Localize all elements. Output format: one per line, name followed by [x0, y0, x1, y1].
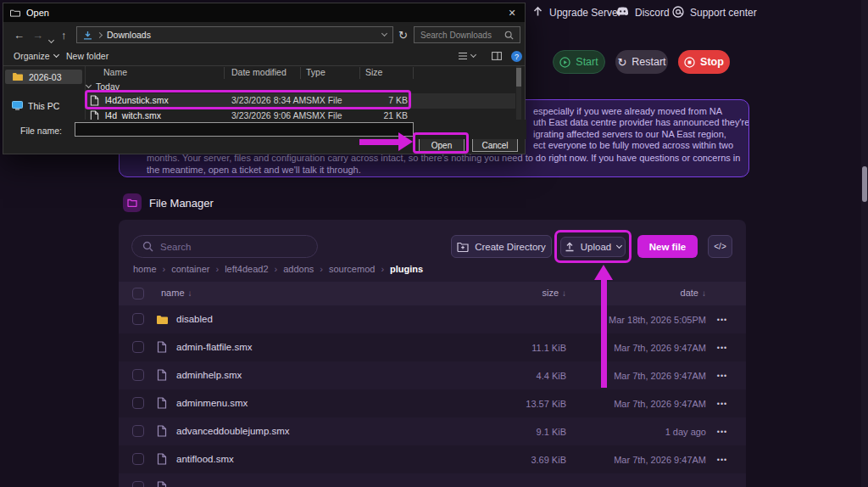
new-folder-button[interactable]: New folder [66, 51, 108, 61]
column-size[interactable]: size↓ [483, 288, 566, 298]
column-date[interactable]: date↓ [593, 288, 706, 298]
notice-text-line: the meantime, open a ticket and we'll ta… [147, 165, 361, 176]
breadcrumb-item[interactable]: container [171, 264, 219, 274]
dialog-file-row[interactable]: l4d_witch.smx 3/23/2026 9:06 AM SMX File… [85, 109, 515, 120]
table-row[interactable]: admin-flatfile.smx 11.1 KiB Mar 7th, 202… [119, 333, 746, 361]
row-checkbox[interactable] [132, 425, 144, 437]
chevron-right-icon [97, 31, 103, 37]
collapse-icon [86, 82, 92, 88]
forward-icon[interactable]: → [32, 29, 43, 42]
select-all-checkbox[interactable] [132, 288, 144, 299]
file-icon [90, 110, 99, 120]
sort-down-icon: ↓ [188, 288, 192, 298]
file-search[interactable] [131, 235, 318, 258]
folder-icon [12, 72, 24, 81]
table-row[interactable]: antiflood.smx 3.69 KiB Mar 7th, 2026 9:4… [119, 445, 746, 473]
breadcrumb-item[interactable]: addons [283, 264, 323, 274]
table-row[interactable]: adminhelp.smx 4.4 KiB Mar 7th, 2026 9:47… [119, 361, 746, 389]
address-dropdown-icon[interactable] [381, 31, 387, 36]
file-manager-icon [123, 193, 142, 212]
restart-icon: ↻ [617, 56, 626, 69]
breadcrumb-item-current[interactable]: plugins [390, 264, 429, 274]
table-row[interactable] [119, 473, 746, 487]
file-icon [157, 453, 167, 468]
column-name[interactable]: name↓ [161, 288, 192, 298]
row-menu-icon[interactable]: ••• [712, 400, 732, 408]
page-scrollbar-thumb[interactable] [862, 166, 867, 202]
row-name: admin-flatfile.smx [176, 342, 252, 352]
row-name: antiflood.smx [176, 454, 234, 464]
breadcrumb-item[interactable]: left4dead2 [225, 264, 277, 274]
dialog-column-type[interactable]: Type [306, 67, 326, 77]
back-icon[interactable]: ← [14, 29, 25, 42]
row-menu-icon[interactable]: ••• [712, 456, 732, 464]
recent-locations-icon[interactable] [49, 32, 53, 45]
close-icon[interactable]: ✕ [499, 3, 525, 22]
help-icon[interactable]: ? [511, 51, 522, 62]
search-input[interactable] [160, 242, 296, 252]
row-checkbox[interactable] [132, 481, 144, 487]
dialog-titlebar[interactable]: Open ✕ [3, 3, 525, 22]
downloads-icon [83, 31, 92, 40]
row-checkbox[interactable] [132, 313, 144, 325]
breadcrumb-item[interactable]: sourcemod [329, 264, 384, 274]
organize-button[interactable]: Organize [14, 51, 58, 61]
row-checkbox[interactable] [132, 341, 144, 353]
dialog-column-date-modified[interactable]: Date modified [231, 67, 287, 77]
dialog-column-name[interactable]: Name [103, 67, 127, 77]
create-directory-label: Create Directory [475, 242, 546, 252]
sidebar-item-label: This PC [28, 101, 59, 111]
dialog-folder-icon [10, 9, 20, 17]
preview-pane-icon[interactable] [492, 52, 502, 62]
row-menu-icon[interactable]: ••• [712, 428, 732, 436]
table-row[interactable]: disabled Mar 18th, 2026 5:05PM ••• [119, 305, 746, 333]
up-icon[interactable]: ↑ [61, 29, 67, 42]
new-file-label: New file [649, 242, 686, 252]
row-name: disabled [176, 314, 213, 324]
support-center-link[interactable]: Support center [672, 4, 757, 21]
annotation-box-file-row [85, 90, 411, 109]
address-bar[interactable]: Downloads [76, 26, 393, 43]
row-menu-icon[interactable]: ••• [712, 372, 732, 380]
refresh-icon[interactable]: ↻ [398, 29, 408, 42]
row-checkbox[interactable] [132, 453, 144, 465]
sort-down-icon: ↓ [562, 288, 566, 298]
table-row[interactable]: advanceddoublejump.smx 9.1 KiB 1 day ago… [119, 417, 746, 445]
dialog-column-size[interactable]: Size [365, 67, 382, 77]
breadcrumb-item[interactable]: home [133, 264, 165, 274]
code-editor-button[interactable]: </> [708, 235, 732, 258]
discord-link[interactable]: Discord [616, 4, 670, 21]
stop-label: Stop [700, 56, 724, 68]
chevron-down-icon [53, 52, 59, 58]
file-icon [157, 481, 167, 487]
view-options-icon[interactable] [458, 52, 476, 60]
dialog-search-input[interactable] [420, 31, 498, 40]
dialog-scrollbar-thumb[interactable] [516, 68, 521, 87]
row-checkbox[interactable] [132, 369, 144, 381]
upgrade-server-link[interactable]: Upgrade Server [532, 4, 621, 21]
notice-text-fragment: igrating affected servers to our NA East… [533, 129, 726, 140]
row-menu-icon[interactable]: ••• [712, 344, 732, 352]
restart-button[interactable]: ↻ Restart [615, 50, 668, 74]
notice-text-fragment: especially if you were already moved fro… [533, 106, 722, 117]
new-folder-label: New folder [66, 51, 108, 61]
sidebar-item-2026-03[interactable]: 2026-03 [5, 70, 82, 84]
page-scrollbar-track[interactable] [861, 0, 868, 487]
new-file-button[interactable]: New file [637, 235, 698, 258]
stop-icon [684, 57, 695, 68]
table-row[interactable]: adminmenu.smx 13.57 KiB Mar 7th, 2026 9:… [119, 389, 746, 417]
play-icon [559, 57, 570, 68]
cancel-button[interactable]: Cancel [472, 138, 518, 152]
row-size: 13.57 KiB [483, 399, 566, 409]
discord-label: Discord [635, 7, 670, 19]
row-checkbox[interactable] [132, 397, 144, 409]
file-name-input[interactable] [75, 122, 414, 137]
create-directory-button[interactable]: Create Directory [451, 235, 552, 258]
row-name: adminmenu.smx [176, 398, 248, 408]
dialog-search-box[interactable] [414, 26, 520, 43]
sidebar-item-this-pc[interactable]: This PC [5, 98, 82, 113]
row-date: 1 day ago [559, 427, 706, 437]
row-menu-icon[interactable]: ••• [712, 316, 732, 324]
start-button[interactable]: Start [553, 50, 605, 74]
stop-button[interactable]: Stop [678, 50, 730, 74]
